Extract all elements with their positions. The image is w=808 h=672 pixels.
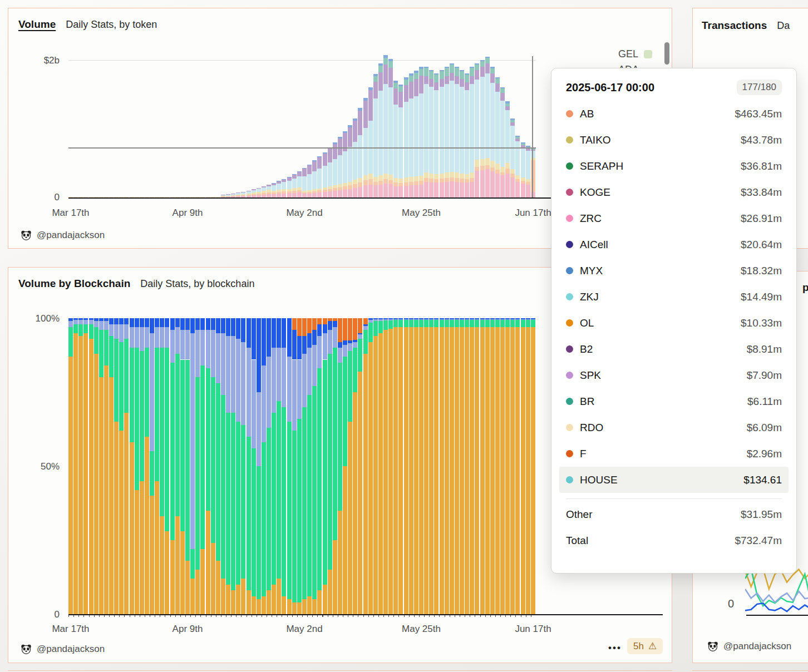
bar-segment [521,147,525,177]
tooltip-row-label: MYX [580,265,734,277]
bar-segment [241,425,245,579]
bar-segment [526,146,530,147]
staleness-badge[interactable]: 5h ⚠ [627,638,663,654]
bar-segment [495,174,500,197]
legend-item-gel[interactable]: GEL [618,48,652,60]
bar-segment [83,333,88,614]
bar-segment [267,318,271,357]
bar-segment [317,190,322,192]
tooltip-row-value: $6.09m [747,422,782,434]
bar-segment [470,76,474,84]
bar-segment [470,172,474,177]
volume-chart-plot[interactable] [68,60,536,197]
bar-segment [526,320,530,327]
bar-segment [388,87,393,175]
bar-segment [282,189,286,191]
bar-segment [393,81,398,83]
bar-segment [358,178,362,182]
bar-segment [180,531,185,614]
blockchain-xtick-2: May 2nd [286,624,322,635]
bar-segment [455,318,459,319]
bar-segment [216,561,220,614]
bar-segment [404,80,408,85]
bar-segment [252,318,256,359]
bar-segment [455,84,459,173]
legend-scrollbar[interactable] [664,42,669,65]
bar-segment [338,137,342,139]
bar-segment [398,92,403,107]
bar-segment [419,319,423,320]
bar-segment [338,342,342,348]
bar-segment [515,137,520,139]
attribution-handle[interactable]: @pandajackson [723,641,791,652]
bar-segment [307,165,312,174]
bar-segment [373,182,378,186]
blockchain-chart-plot[interactable] [68,318,536,614]
bar-segment [373,74,378,76]
volume-y-max-label: $2b [25,55,60,66]
panel-volume-title-link[interactable]: Volume [18,18,56,31]
bar-segment [424,319,428,320]
volume-y-zero-label: 0 [25,192,60,203]
bar-segment [404,186,408,197]
bar-segment [475,70,479,80]
bar-segment [104,321,109,330]
tooltip-row-label: ZKJ [580,291,734,303]
attribution-handle[interactable]: @pandajackson [37,644,105,655]
bar-segment [470,182,474,197]
bar-segment [252,189,256,190]
bar-segment [515,319,520,320]
bar-segment [470,319,474,320]
series-dot [566,215,573,222]
bar-segment [150,451,154,496]
bar-segment [282,596,286,614]
bar-segment [236,585,240,614]
bar-segment [348,189,352,197]
bar-segment [404,177,408,182]
bar-segment [109,377,114,614]
bar-segment [465,319,469,320]
attribution-handle[interactable]: @pandajackson [37,230,105,241]
blockchain-y-0-label: 0 [24,609,60,620]
bar-segment [267,185,271,186]
bar-segment [333,327,337,348]
bar-segment [409,185,413,197]
bar-segment [373,98,378,177]
bar-segment [236,192,240,193]
bar-segment [328,318,332,321]
bar-segment [236,422,240,585]
bar-segment [398,327,403,614]
bar-segment [257,392,261,466]
series-dot [566,136,573,144]
bar-segment [398,186,403,197]
bar-segment [297,602,302,614]
bar-segment [226,336,230,413]
panel-right-bottom-title-partial: p [802,281,808,294]
bar-segment [404,320,408,327]
bar-segment [262,191,266,193]
bar-segment [277,192,281,194]
bar-segment [155,327,159,348]
bar-segment [277,401,281,579]
bar-segment [109,324,114,336]
bar-segment [424,84,428,173]
bar-segment [434,318,439,319]
bar-segment [348,125,352,127]
bar-segment [465,90,469,174]
panel-transactions-title[interactable]: Transactions [702,19,767,32]
bar-segment [312,161,317,171]
bar-segment [200,549,205,614]
bar-segment [429,182,433,197]
bar-segment [510,118,515,120]
bar-segment [170,540,175,614]
bar-segment [455,172,459,177]
bar-segment [307,194,312,197]
panel-volume-footer: @pandajackson [21,230,105,241]
bar-segment [434,90,439,174]
panel-blockchain-title[interactable]: Volume by Blockchain [18,278,130,290]
bar-segment [388,59,393,61]
more-menu-button[interactable]: ••• [608,643,622,654]
bar-segment [247,194,251,195]
bar-segment [180,330,185,359]
bar-segment [490,67,495,68]
